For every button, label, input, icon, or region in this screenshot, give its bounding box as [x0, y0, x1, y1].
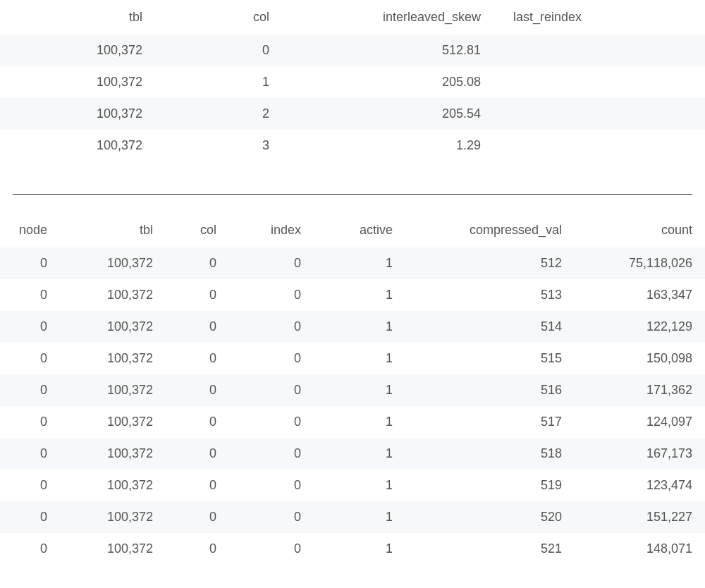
cell-tbl: 100,372: [60, 374, 166, 406]
col-header-count: count: [575, 213, 705, 247]
cell-node: 0: [0, 374, 60, 406]
cell-tbl: 100,372: [60, 501, 166, 533]
table-header-row: tbl col interleaved_skew last_reindex: [0, 0, 705, 35]
cell-node: 0: [0, 406, 60, 438]
cell-count: 171,362: [575, 374, 705, 406]
cell-index: 0: [229, 247, 314, 279]
table-row: 0100,372001519123,474: [0, 470, 705, 501]
col-header-tbl: tbl: [60, 213, 166, 247]
cell-count: 75,118,026: [575, 247, 705, 279]
cell-index: 0: [229, 279, 314, 311]
cell-tbl: 100,372: [0, 66, 155, 98]
cell-tbl: 100,372: [60, 343, 166, 374]
cell-index: 0: [229, 438, 314, 470]
cell-node: 0: [0, 438, 60, 470]
cell-interleaved_skew: 512.81: [282, 35, 494, 66]
cell-col: 0: [166, 311, 229, 343]
cell-count: 123,474: [575, 470, 705, 501]
cell-index: 0: [229, 374, 314, 406]
table-header-row: node tbl col index active compressed_val…: [0, 213, 705, 247]
cell-compressed_val: 512: [405, 247, 575, 279]
cell-compressed_val: 518: [405, 438, 575, 470]
cell-compressed_val: 515: [405, 343, 575, 374]
cell-active: 1: [314, 533, 405, 565]
cell-last_reindex: [494, 66, 705, 98]
cell-tbl: 100,372: [60, 279, 166, 311]
col-header-compressed-val: compressed_val: [405, 213, 575, 247]
table-row: 0100,372001518167,173: [0, 438, 705, 470]
cell-count: 122,129: [575, 311, 705, 343]
cell-count: 151,227: [575, 501, 705, 533]
cell-active: 1: [314, 311, 405, 343]
cell-index: 0: [229, 533, 314, 565]
cell-active: 1: [314, 247, 405, 279]
cell-node: 0: [0, 311, 60, 343]
cell-compressed_val: 519: [405, 470, 575, 501]
col-header-node: node: [0, 213, 60, 247]
cell-compressed_val: 513: [405, 279, 575, 311]
cell-tbl: 100,372: [0, 130, 155, 161]
table-row: 0100,372001517124,097: [0, 406, 705, 438]
compression-table-container: node tbl col index active compressed_val…: [0, 213, 705, 565]
cell-col: 0: [166, 247, 229, 279]
table-row: 0100,372001521148,071: [0, 533, 705, 565]
cell-tbl: 100,372: [60, 247, 166, 279]
cell-active: 1: [314, 374, 405, 406]
cell-node: 0: [0, 343, 60, 374]
table-row: 0100,372001513163,347: [0, 279, 705, 311]
cell-col: 3: [155, 130, 282, 161]
cell-col: 0: [166, 438, 229, 470]
cell-tbl: 100,372: [60, 406, 166, 438]
cell-last_reindex: [494, 98, 705, 130]
cell-compressed_val: 521: [405, 533, 575, 565]
cell-index: 0: [229, 470, 314, 501]
section-divider: [13, 194, 692, 195]
col-header-interleaved-skew: interleaved_skew: [282, 0, 494, 35]
skew-table-container: tbl col interleaved_skew last_reindex 10…: [0, 0, 705, 161]
cell-node: 0: [0, 533, 60, 565]
cell-tbl: 100,372: [60, 470, 166, 501]
cell-active: 1: [314, 406, 405, 438]
cell-index: 0: [229, 501, 314, 533]
table-row: 100,3721205.08: [0, 66, 705, 98]
col-header-active: active: [314, 213, 405, 247]
col-header-col: col: [155, 0, 282, 35]
cell-interleaved_skew: 1.29: [282, 130, 494, 161]
cell-compressed_val: 517: [405, 406, 575, 438]
compression-table: node tbl col index active compressed_val…: [0, 213, 705, 565]
cell-last_reindex: [494, 35, 705, 66]
table-row: 0100,37200151275,118,026: [0, 247, 705, 279]
cell-node: 0: [0, 247, 60, 279]
cell-col: 0: [166, 279, 229, 311]
cell-col: 0: [166, 343, 229, 374]
cell-compressed_val: 520: [405, 501, 575, 533]
cell-col: 1: [155, 66, 282, 98]
table-row: 100,37231.29: [0, 130, 705, 161]
cell-col: 0: [166, 533, 229, 565]
cell-interleaved_skew: 205.08: [282, 66, 494, 98]
cell-active: 1: [314, 470, 405, 501]
cell-col: 0: [166, 470, 229, 501]
col-header-index: index: [229, 213, 314, 247]
skew-table: tbl col interleaved_skew last_reindex 10…: [0, 0, 705, 161]
cell-compressed_val: 514: [405, 311, 575, 343]
cell-active: 1: [314, 501, 405, 533]
cell-node: 0: [0, 279, 60, 311]
cell-tbl: 100,372: [60, 533, 166, 565]
cell-active: 1: [314, 279, 405, 311]
cell-count: 150,098: [575, 343, 705, 374]
cell-col: 0: [166, 501, 229, 533]
cell-interleaved_skew: 205.54: [282, 98, 494, 130]
cell-tbl: 100,372: [0, 98, 155, 130]
table-row: 100,3722205.54: [0, 98, 705, 130]
cell-active: 1: [314, 343, 405, 374]
cell-count: 163,347: [575, 279, 705, 311]
cell-tbl: 100,372: [60, 311, 166, 343]
cell-index: 0: [229, 311, 314, 343]
cell-col: 0: [155, 35, 282, 66]
cell-count: 167,173: [575, 438, 705, 470]
cell-last_reindex: [494, 130, 705, 161]
table-row: 0100,372001520151,227: [0, 501, 705, 533]
col-header-last-reindex: last_reindex: [494, 0, 705, 35]
cell-count: 124,097: [575, 406, 705, 438]
